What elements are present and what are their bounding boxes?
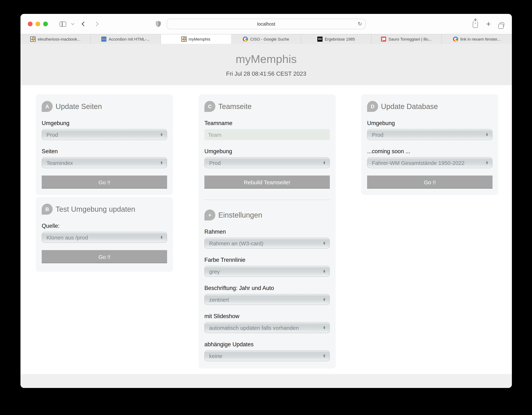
tab-ciso-google-suche[interactable]: CISO - Google Suche xyxy=(231,34,301,44)
column-right: D Update Database Umgebung Prod ▲▼ ...co… xyxy=(361,94,498,195)
card-teamseite-einstellungen: C Teamseite Teamname Umgebung Prod ▲▼ Re… xyxy=(199,94,336,368)
tab-accordion-mit-html[interactable]: imx Accordion mit HTML-... xyxy=(91,34,161,44)
column-middle: C Teamseite Teamname Umgebung Prod ▲▼ Re… xyxy=(199,94,336,368)
tab-mymemphis-active[interactable]: myMemphis xyxy=(161,34,231,44)
rebuild-teamseite-button[interactable]: Rebuild Teamseite! xyxy=(204,176,330,189)
umgebung-label: Umgebung xyxy=(367,120,493,126)
tab-label: Accordion mit HTML-... xyxy=(109,37,150,41)
mit-slideshow-select[interactable]: automatisch updaten falls vorhanden ▲▼ xyxy=(204,322,330,333)
select-arrows-icon: ▲▼ xyxy=(160,235,163,239)
tab-ergebnisse-1985[interactable]: EA Ergebnisse 1985 xyxy=(301,34,371,44)
zoom-window-button[interactable] xyxy=(43,22,48,26)
reload-icon[interactable]: ↻ xyxy=(358,21,362,27)
forward-button[interactable] xyxy=(92,14,100,34)
shield-icon xyxy=(156,21,161,27)
privacy-report-button[interactable] xyxy=(154,14,162,34)
select-value: grey xyxy=(209,268,220,274)
section-divider xyxy=(204,200,330,200)
tab-label: eleutherioss-macbook... xyxy=(38,37,80,41)
page-timestamp: Fri Jul 28 08:41:56 CEST 2023 xyxy=(20,71,512,77)
column-left: A Update Seiten Umgebung Prod ▲▼ Seiten … xyxy=(36,94,173,272)
select-arrows-icon: ▲▼ xyxy=(160,132,163,136)
sidebar-menu-button[interactable] xyxy=(70,14,75,34)
card-badge: B xyxy=(42,204,53,215)
update-database-go-button[interactable]: Go !! xyxy=(367,176,493,189)
tomcat-favicon xyxy=(30,37,36,42)
fahrer-wm-select[interactable]: Fahrer-WM Gesamtstände 1950-2022 ▲▼ xyxy=(367,157,493,168)
card-title: Teamseite xyxy=(218,102,252,111)
page-title: myMemphis xyxy=(20,44,512,66)
seiten-select[interactable]: Teamindex ▲▼ xyxy=(42,157,167,168)
card-badge: + xyxy=(204,209,215,220)
select-arrows-icon: ▲▼ xyxy=(323,354,326,358)
beschriftung-label: Beschriftung: Jahr und Auto xyxy=(204,285,330,292)
patreon-favicon xyxy=(381,37,386,42)
browser-window: localhost ↻ + eleutherioss-macbook... im… xyxy=(20,14,512,388)
desktop: localhost ↻ + eleutherioss-macbook... im… xyxy=(0,0,532,415)
mit-slideshow-label: mit Slideshow xyxy=(204,313,330,320)
select-arrows-icon: ▲▼ xyxy=(485,161,488,165)
select-value: Klonen aus /prod xyxy=(47,234,88,240)
browser-toolbar: localhost ↻ + xyxy=(20,14,512,34)
database-umgebung-select[interactable]: Prod ▲▼ xyxy=(367,129,493,140)
select-arrows-icon: ▲▼ xyxy=(323,326,326,330)
abhaengige-updates-label: abhängige Updates xyxy=(204,341,330,348)
address-bar[interactable]: localhost ↻ xyxy=(167,19,366,29)
update-seiten-go-button[interactable]: Go !! xyxy=(42,176,167,189)
select-value: Prod xyxy=(47,132,58,138)
teamseite-umgebung-select[interactable]: Prod ▲▼ xyxy=(204,157,330,168)
umgebung-label: Umgebung xyxy=(204,148,330,155)
share-button[interactable] xyxy=(471,14,480,34)
card-update-seiten: A Update Seiten Umgebung Prod ▲▼ Seiten … xyxy=(36,94,173,195)
tab-label: Ergebnisse 1985 xyxy=(325,37,355,41)
test-umgebung-go-button[interactable]: Go !! xyxy=(42,250,167,263)
forward-icon xyxy=(94,22,98,26)
window-controls xyxy=(28,22,48,26)
select-value: Rahmen an (W3-card) xyxy=(209,240,263,246)
tab-link-in-neuem-fenster[interactable]: link in neuem fenster... xyxy=(442,34,512,44)
tab-label: myMemphis xyxy=(189,37,210,41)
teamname-label: Teamname xyxy=(204,120,330,126)
select-value: Fahrer-WM Gesamtstände 1950-2022 xyxy=(372,160,465,166)
teamname-input[interactable] xyxy=(204,129,330,140)
card-badge: D xyxy=(367,101,378,112)
tab-overview-button[interactable] xyxy=(496,14,506,34)
tab-eleutherioss-macbook[interactable]: eleutherioss-macbook... xyxy=(20,34,91,44)
select-value: keine xyxy=(209,353,222,359)
tab-label: link in neuem fenster... xyxy=(460,37,501,41)
coming-soon-label: ...coming soon ... xyxy=(367,148,493,155)
beschriftung-select[interactable]: zentriert ▲▼ xyxy=(204,294,330,305)
select-value: zentriert xyxy=(209,296,229,302)
seiten-label: Seiten xyxy=(42,148,167,155)
umgebung-label: Umgebung xyxy=(42,120,167,126)
tomcat-favicon xyxy=(181,37,187,42)
select-value: Prod xyxy=(209,160,221,166)
page-content: A Update Seiten Umgebung Prod ▲▼ Seiten … xyxy=(20,85,512,374)
select-arrows-icon: ▲▼ xyxy=(485,132,488,136)
address-bar-url: localhost xyxy=(257,21,275,27)
card-test-umgebung: B Test Umgebung updaten Quelle: Klonen a… xyxy=(36,197,173,272)
quelle-select[interactable]: Klonen aus /prod ▲▼ xyxy=(42,232,167,243)
google-favicon xyxy=(243,37,248,42)
abhaengige-updates-select[interactable]: keine ▲▼ xyxy=(204,350,330,361)
farbe-trennlinie-select[interactable]: grey ▲▼ xyxy=(204,266,330,277)
rahmen-select[interactable]: Rahmen an (W3-card) ▲▼ xyxy=(204,238,330,249)
select-arrows-icon: ▲▼ xyxy=(323,269,326,273)
share-icon xyxy=(473,22,478,28)
card-badge: A xyxy=(42,101,53,112)
tab-strip: eleutherioss-macbook... imx Accordion mi… xyxy=(20,34,512,44)
tab-label: CISO - Google Suche xyxy=(250,37,289,41)
umgebung-select[interactable]: Prod ▲▼ xyxy=(42,129,167,140)
back-button[interactable] xyxy=(80,14,88,34)
minimize-window-button[interactable] xyxy=(36,22,40,26)
farbe-trennlinie-label: Farbe Trennlinie xyxy=(204,257,330,263)
tab-label: Sauro Torreggiani | illu... xyxy=(389,37,432,41)
new-tab-button[interactable]: + xyxy=(484,14,493,34)
tab-sauro-torreggiani[interactable]: Sauro Torreggiani | illu... xyxy=(371,34,442,44)
ea-favicon: EA xyxy=(317,37,323,42)
sidebar-toggle-button[interactable] xyxy=(58,14,67,34)
select-arrows-icon: ▲▼ xyxy=(323,297,326,301)
select-arrows-icon: ▲▼ xyxy=(323,161,326,165)
close-window-button[interactable] xyxy=(28,22,33,26)
select-value: Prod xyxy=(372,132,383,138)
